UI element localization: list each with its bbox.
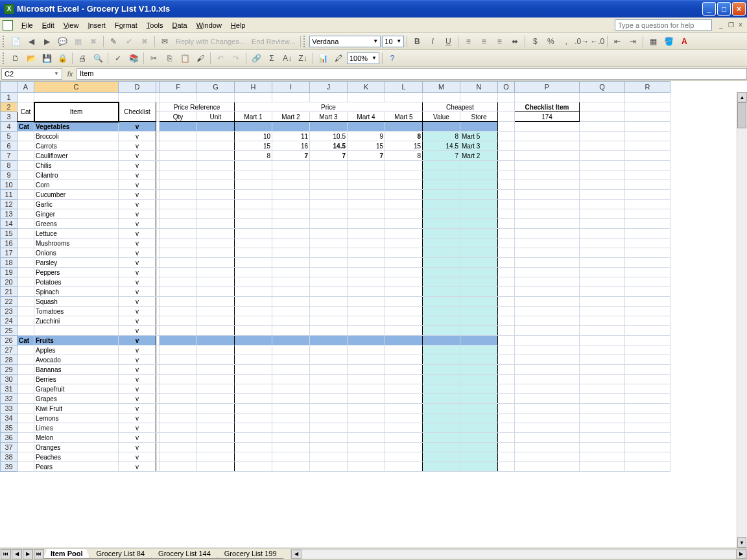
cell[interactable] bbox=[272, 287, 310, 297]
cell[interactable]: v bbox=[119, 297, 156, 307]
cell[interactable]: 7 bbox=[423, 151, 460, 161]
cell[interactable] bbox=[272, 219, 310, 229]
prev-icon[interactable]: ◀ bbox=[24, 34, 38, 49]
col-O[interactable]: O bbox=[498, 82, 515, 93]
reject-icon[interactable]: ✖ bbox=[137, 34, 152, 49]
col-D[interactable]: D bbox=[119, 82, 156, 93]
merge-center-icon[interactable]: ⬌ bbox=[508, 34, 522, 49]
cell[interactable]: Onions bbox=[34, 248, 119, 258]
vertical-scrollbar[interactable]: ▲ ▼ bbox=[737, 92, 747, 548]
cell[interactable] bbox=[160, 93, 197, 102]
cell[interactable] bbox=[385, 316, 423, 326]
cell[interactable] bbox=[18, 375, 34, 384]
cell[interactable]: 10 bbox=[235, 132, 272, 141]
permission-icon[interactable]: 🔒 bbox=[55, 51, 69, 65]
row-header[interactable]: 36 bbox=[1, 433, 18, 443]
minimize-button[interactable]: _ bbox=[702, 2, 716, 16]
cell[interactable] bbox=[385, 229, 423, 239]
cell[interactable] bbox=[460, 268, 498, 277]
cell[interactable] bbox=[272, 316, 310, 326]
cell[interactable] bbox=[310, 170, 348, 180]
row-header[interactable]: 20 bbox=[1, 277, 18, 287]
cell[interactable] bbox=[272, 297, 310, 307]
cell[interactable] bbox=[348, 93, 385, 102]
cell[interactable]: v bbox=[119, 258, 156, 268]
cell[interactable] bbox=[460, 316, 498, 326]
borders-icon[interactable]: ▦ bbox=[646, 34, 660, 49]
cell[interactable]: v bbox=[119, 229, 156, 239]
cell[interactable] bbox=[348, 258, 385, 268]
end-review-button[interactable]: End Review... bbox=[249, 38, 298, 45]
cell[interactable] bbox=[515, 93, 580, 102]
cell[interactable]: 14.5 bbox=[423, 141, 460, 151]
cell[interactable]: v bbox=[119, 443, 156, 452]
cell[interactable]: v bbox=[119, 336, 156, 345]
cell[interactable] bbox=[18, 190, 34, 200]
cell[interactable]: v bbox=[119, 384, 156, 394]
cell[interactable] bbox=[18, 161, 34, 170]
cell[interactable] bbox=[460, 277, 498, 287]
cell[interactable] bbox=[18, 452, 34, 462]
cell[interactable]: Fruits bbox=[34, 336, 119, 345]
row-header[interactable]: 16 bbox=[1, 239, 18, 248]
row-header[interactable]: 17 bbox=[1, 248, 18, 258]
col-H[interactable]: H bbox=[235, 82, 272, 93]
row-header[interactable]: 26 bbox=[1, 336, 18, 345]
col-J[interactable]: J bbox=[310, 82, 348, 93]
toolbar-grip-2[interactable] bbox=[303, 36, 306, 47]
cell[interactable]: v bbox=[119, 141, 156, 151]
cell[interactable] bbox=[235, 268, 272, 277]
doc-minimize-button[interactable]: _ bbox=[717, 21, 725, 29]
cell[interactable]: Qty bbox=[160, 112, 197, 122]
scroll-up-icon[interactable]: ▲ bbox=[737, 92, 747, 102]
decrease-indent-icon[interactable]: ⇤ bbox=[610, 34, 624, 49]
cell[interactable]: Cat bbox=[18, 336, 34, 345]
cell[interactable]: Mart 4 bbox=[348, 112, 385, 122]
cell[interactable] bbox=[310, 248, 348, 258]
cell[interactable] bbox=[18, 462, 34, 472]
row-header[interactable]: 12 bbox=[1, 200, 18, 209]
fill-color-icon[interactable]: 🪣 bbox=[661, 34, 676, 49]
cell[interactable] bbox=[235, 229, 272, 239]
cell[interactable]: 8 bbox=[423, 132, 460, 141]
cut-icon[interactable]: ✂ bbox=[147, 51, 161, 65]
cell[interactable] bbox=[348, 219, 385, 229]
cell[interactable] bbox=[460, 209, 498, 219]
cell[interactable] bbox=[18, 345, 34, 355]
cell[interactable] bbox=[18, 365, 34, 375]
spelling-icon[interactable]: ✓ bbox=[111, 51, 125, 65]
cell[interactable]: v bbox=[119, 151, 156, 161]
cell[interactable] bbox=[348, 277, 385, 287]
cell[interactable] bbox=[272, 170, 310, 180]
cell[interactable] bbox=[423, 239, 460, 248]
cell[interactable] bbox=[272, 200, 310, 209]
menu-tools[interactable]: Tools bbox=[142, 19, 168, 31]
cell[interactable]: Chilis bbox=[34, 161, 119, 170]
cell[interactable]: Greens bbox=[34, 219, 119, 229]
cell[interactable]: v bbox=[119, 326, 156, 336]
cell[interactable] bbox=[18, 132, 34, 141]
cell[interactable] bbox=[34, 326, 119, 336]
cell[interactable] bbox=[310, 297, 348, 307]
row-header[interactable]: 10 bbox=[1, 180, 18, 190]
cell[interactable]: Mart 3 bbox=[310, 112, 348, 122]
row-header[interactable]: 38 bbox=[1, 452, 18, 462]
cell[interactable] bbox=[235, 219, 272, 229]
cell[interactable]: Bananas bbox=[34, 365, 119, 375]
cell[interactable]: 8 bbox=[385, 132, 423, 141]
cell[interactable]: v bbox=[119, 423, 156, 433]
zoom-selector[interactable]: 100%▼ bbox=[347, 52, 379, 64]
cell[interactable]: v bbox=[119, 219, 156, 229]
cell[interactable] bbox=[18, 229, 34, 239]
font-color-icon[interactable]: A bbox=[677, 34, 691, 49]
cell[interactable]: 11 bbox=[272, 132, 310, 141]
cell[interactable]: v bbox=[119, 345, 156, 355]
cell[interactable] bbox=[460, 93, 498, 102]
toolbar-grip-3[interactable] bbox=[3, 52, 5, 64]
cell[interactable]: 15 bbox=[235, 141, 272, 151]
col-K[interactable]: K bbox=[348, 82, 385, 93]
cell[interactable] bbox=[18, 355, 34, 365]
cell[interactable] bbox=[385, 258, 423, 268]
tab-last-icon[interactable]: ⏭ bbox=[34, 549, 44, 559]
cell[interactable]: Tomatoes bbox=[34, 307, 119, 316]
